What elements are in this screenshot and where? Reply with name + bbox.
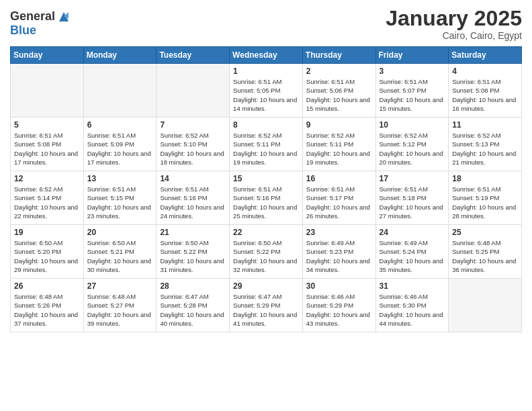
- day-info: Sunrise: 6:51 AM Sunset: 5:15 PM Dayligh…: [87, 185, 153, 220]
- col-thursday: Thursday: [302, 47, 375, 64]
- day-cell: 26Sunrise: 6:48 AM Sunset: 5:26 PM Dayli…: [11, 279, 84, 332]
- day-cell: 8Sunrise: 6:52 AM Sunset: 5:11 PM Daylig…: [230, 118, 303, 171]
- day-info: Sunrise: 6:51 AM Sunset: 5:16 PM Dayligh…: [160, 185, 226, 220]
- day-info: Sunrise: 6:46 AM Sunset: 5:29 PM Dayligh…: [306, 292, 372, 328]
- day-cell: 3Sunrise: 6:51 AM Sunset: 5:07 PM Daylig…: [375, 64, 449, 118]
- day-cell: 2Sunrise: 6:51 AM Sunset: 5:06 PM Daylig…: [302, 64, 375, 118]
- day-info: Sunrise: 6:50 AM Sunset: 5:22 PM Dayligh…: [160, 238, 226, 274]
- day-number: 29: [233, 281, 299, 291]
- day-cell: 18Sunrise: 6:51 AM Sunset: 5:19 PM Dayli…: [449, 171, 522, 225]
- day-number: 7: [160, 120, 226, 130]
- day-cell: 27Sunrise: 6:48 AM Sunset: 5:27 PM Dayli…: [83, 279, 157, 332]
- day-number: 1: [233, 66, 299, 76]
- day-cell: 11Sunrise: 6:52 AM Sunset: 5:13 PM Dayli…: [449, 118, 522, 171]
- day-info: Sunrise: 6:51 AM Sunset: 5:09 PM Dayligh…: [87, 131, 153, 167]
- day-number: 11: [452, 120, 518, 130]
- title-block: January 2025 Cairo, Cairo, Egypt: [386, 7, 522, 41]
- day-info: Sunrise: 6:50 AM Sunset: 5:21 PM Dayligh…: [87, 238, 153, 274]
- day-number: 10: [380, 120, 445, 130]
- day-info: Sunrise: 6:51 AM Sunset: 5:17 PM Dayligh…: [306, 185, 372, 220]
- day-info: Sunrise: 6:51 AM Sunset: 5:19 PM Dayligh…: [452, 185, 518, 220]
- day-cell: 14Sunrise: 6:51 AM Sunset: 5:16 PM Dayli…: [157, 171, 230, 225]
- day-cell: 15Sunrise: 6:51 AM Sunset: 5:16 PM Dayli…: [230, 171, 303, 225]
- day-number: 18: [452, 174, 518, 183]
- day-cell: 24Sunrise: 6:49 AM Sunset: 5:24 PM Dayli…: [375, 225, 449, 279]
- day-number: 16: [306, 174, 372, 183]
- day-number: 31: [380, 281, 445, 291]
- day-info: Sunrise: 6:51 AM Sunset: 5:16 PM Dayligh…: [233, 185, 299, 220]
- day-number: 30: [306, 281, 372, 291]
- week-row-4: 19Sunrise: 6:50 AM Sunset: 5:20 PM Dayli…: [11, 225, 522, 279]
- day-info: Sunrise: 6:50 AM Sunset: 5:20 PM Dayligh…: [14, 238, 80, 274]
- day-info: Sunrise: 6:51 AM Sunset: 5:05 PM Dayligh…: [233, 77, 299, 113]
- day-number: 14: [160, 174, 226, 183]
- day-number: 13: [87, 174, 153, 183]
- day-cell: 20Sunrise: 6:50 AM Sunset: 5:21 PM Dayli…: [83, 225, 157, 279]
- day-cell: [11, 64, 84, 118]
- col-monday: Monday: [83, 47, 157, 64]
- day-number: 21: [160, 228, 226, 237]
- day-cell: 12Sunrise: 6:52 AM Sunset: 5:14 PM Dayli…: [11, 171, 84, 225]
- day-number: 2: [306, 66, 372, 76]
- day-info: Sunrise: 6:47 AM Sunset: 5:29 PM Dayligh…: [233, 292, 299, 328]
- month-title: January 2025: [386, 7, 522, 30]
- day-cell: 17Sunrise: 6:51 AM Sunset: 5:18 PM Dayli…: [375, 171, 449, 225]
- day-cell: 10Sunrise: 6:52 AM Sunset: 5:12 PM Dayli…: [375, 118, 449, 171]
- day-number: 23: [306, 228, 372, 237]
- day-cell: 13Sunrise: 6:51 AM Sunset: 5:15 PM Dayli…: [83, 171, 157, 225]
- header: General Blue January 2025 Cairo, Cairo, …: [10, 7, 522, 41]
- day-number: 17: [380, 174, 445, 183]
- week-row-3: 12Sunrise: 6:52 AM Sunset: 5:14 PM Dayli…: [11, 171, 522, 225]
- day-number: 6: [87, 120, 153, 130]
- day-cell: [157, 64, 230, 118]
- logo-blue: Blue: [10, 24, 36, 37]
- page: General Blue January 2025 Cairo, Cairo, …: [0, 0, 532, 342]
- day-info: Sunrise: 6:51 AM Sunset: 5:08 PM Dayligh…: [14, 131, 80, 167]
- day-info: Sunrise: 6:47 AM Sunset: 5:28 PM Dayligh…: [160, 292, 226, 328]
- header-row: Sunday Monday Tuesday Wednesday Thursday…: [11, 47, 522, 64]
- day-number: 28: [160, 281, 226, 291]
- day-cell: 1Sunrise: 6:51 AM Sunset: 5:05 PM Daylig…: [230, 64, 303, 118]
- week-row-1: 1Sunrise: 6:51 AM Sunset: 5:05 PM Daylig…: [11, 64, 522, 118]
- day-info: Sunrise: 6:49 AM Sunset: 5:24 PM Dayligh…: [380, 238, 445, 274]
- day-info: Sunrise: 6:48 AM Sunset: 5:27 PM Dayligh…: [87, 292, 153, 328]
- day-cell: 16Sunrise: 6:51 AM Sunset: 5:17 PM Dayli…: [302, 171, 375, 225]
- day-cell: 31Sunrise: 6:46 AM Sunset: 5:30 PM Dayli…: [375, 279, 449, 332]
- day-info: Sunrise: 6:52 AM Sunset: 5:12 PM Dayligh…: [380, 131, 445, 167]
- day-cell: 29Sunrise: 6:47 AM Sunset: 5:29 PM Dayli…: [230, 279, 303, 332]
- day-info: Sunrise: 6:52 AM Sunset: 5:11 PM Dayligh…: [306, 131, 372, 167]
- day-number: 19: [14, 228, 80, 237]
- day-number: 22: [233, 228, 299, 237]
- day-number: 8: [233, 120, 299, 130]
- day-info: Sunrise: 6:46 AM Sunset: 5:30 PM Dayligh…: [380, 292, 445, 328]
- day-number: 12: [14, 174, 80, 183]
- day-cell: 4Sunrise: 6:51 AM Sunset: 5:08 PM Daylig…: [449, 64, 522, 118]
- logo-general: General: [10, 10, 55, 24]
- col-tuesday: Tuesday: [157, 47, 230, 64]
- col-sunday: Sunday: [11, 47, 84, 64]
- day-number: 15: [233, 174, 299, 183]
- location: Cairo, Cairo, Egypt: [386, 30, 522, 41]
- logo-icon: [56, 9, 71, 24]
- logo: General Blue: [10, 9, 71, 38]
- day-info: Sunrise: 6:52 AM Sunset: 5:10 PM Dayligh…: [160, 131, 226, 167]
- week-row-2: 5Sunrise: 6:51 AM Sunset: 5:08 PM Daylig…: [11, 118, 522, 171]
- day-info: Sunrise: 6:52 AM Sunset: 5:13 PM Dayligh…: [452, 131, 518, 167]
- day-cell: 22Sunrise: 6:50 AM Sunset: 5:22 PM Dayli…: [230, 225, 303, 279]
- day-number: 25: [452, 228, 518, 237]
- col-wednesday: Wednesday: [230, 47, 303, 64]
- day-info: Sunrise: 6:50 AM Sunset: 5:22 PM Dayligh…: [233, 238, 299, 274]
- day-number: 26: [14, 281, 80, 291]
- day-number: 27: [87, 281, 153, 291]
- day-number: 4: [452, 66, 518, 76]
- day-cell: 5Sunrise: 6:51 AM Sunset: 5:08 PM Daylig…: [11, 118, 84, 171]
- day-cell: 7Sunrise: 6:52 AM Sunset: 5:10 PM Daylig…: [157, 118, 230, 171]
- day-number: 5: [14, 120, 80, 130]
- day-info: Sunrise: 6:51 AM Sunset: 5:07 PM Dayligh…: [380, 77, 445, 113]
- day-cell: 6Sunrise: 6:51 AM Sunset: 5:09 PM Daylig…: [83, 118, 157, 171]
- day-number: 9: [306, 120, 372, 130]
- day-cell: 23Sunrise: 6:49 AM Sunset: 5:23 PM Dayli…: [302, 225, 375, 279]
- day-info: Sunrise: 6:48 AM Sunset: 5:26 PM Dayligh…: [14, 292, 80, 328]
- day-cell: 21Sunrise: 6:50 AM Sunset: 5:22 PM Dayli…: [157, 225, 230, 279]
- day-info: Sunrise: 6:51 AM Sunset: 5:06 PM Dayligh…: [306, 77, 372, 113]
